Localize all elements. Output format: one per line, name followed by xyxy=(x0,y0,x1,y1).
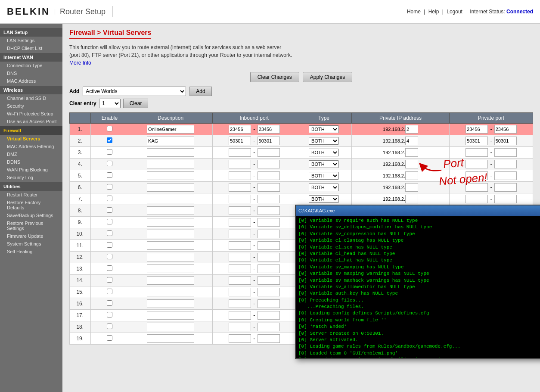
private-port-start-input[interactable] xyxy=(466,137,488,145)
private-port-start-input[interactable] xyxy=(466,195,488,203)
clear-changes-button[interactable]: Clear Changes xyxy=(250,72,299,82)
sidebar-item-dmz[interactable]: DMZ xyxy=(0,150,62,158)
private-ip-input[interactable] xyxy=(405,171,418,180)
enable-checkbox[interactable] xyxy=(107,184,112,190)
enable-checkbox[interactable] xyxy=(107,149,112,155)
private-port-start-input[interactable] xyxy=(466,148,488,157)
private-port-start-input[interactable] xyxy=(466,160,488,168)
description-input[interactable] xyxy=(147,299,194,308)
inbound-start-input[interactable] xyxy=(229,299,251,308)
inbound-end-input[interactable] xyxy=(258,241,280,250)
description-input[interactable] xyxy=(147,183,194,192)
description-input[interactable] xyxy=(147,171,194,180)
private-port-end-input[interactable] xyxy=(494,171,517,180)
sidebar-item-dns[interactable]: DNS xyxy=(0,69,62,77)
add-select[interactable]: Active Worlds AOL FTP HTTP HTTPS Telnet … xyxy=(83,87,186,96)
sidebar-item-self-healing[interactable]: Self Healing xyxy=(0,248,62,255)
inbound-start-input[interactable] xyxy=(229,288,251,296)
sidebar-item-save-backup[interactable]: Save/Backup Settings xyxy=(0,212,62,219)
description-input[interactable] xyxy=(147,288,194,296)
terminal-window[interactable]: C:\KAG\KAG.exe – □ ✕ [0] Variable sv_req… xyxy=(295,205,540,359)
more-info-link[interactable]: More Info xyxy=(69,60,91,66)
description-input[interactable] xyxy=(147,311,194,320)
sidebar-item-restart-router[interactable]: Restart Router xyxy=(0,191,62,199)
sidebar-item-channel-ssid[interactable]: Channel and SSID xyxy=(0,94,62,102)
private-ip-input[interactable] xyxy=(405,183,418,192)
inbound-end-input[interactable] xyxy=(258,299,280,308)
type-select[interactable]: BOTHTCPUDP xyxy=(309,184,339,191)
private-ip-input[interactable] xyxy=(405,125,418,134)
inbound-end-input[interactable] xyxy=(258,276,280,285)
enable-checkbox[interactable] xyxy=(107,324,112,329)
inbound-start-input[interactable] xyxy=(229,276,251,285)
description-input[interactable] xyxy=(147,334,194,343)
private-port-end-input[interactable] xyxy=(494,183,517,192)
inbound-end-input[interactable] xyxy=(258,311,280,320)
inbound-end-input[interactable] xyxy=(258,137,280,145)
private-port-end-input[interactable] xyxy=(494,160,517,168)
inbound-start-input[interactable] xyxy=(229,311,251,320)
inbound-start-input[interactable] xyxy=(229,264,251,273)
description-input[interactable] xyxy=(147,264,194,273)
clear-entry-select[interactable]: 12345 678910 xyxy=(99,99,121,108)
inbound-start-input[interactable] xyxy=(229,206,251,215)
private-port-start-input[interactable] xyxy=(466,125,488,134)
logout-link[interactable]: Logout xyxy=(447,9,462,15)
inbound-end-input[interactable] xyxy=(258,183,280,192)
clear-button[interactable]: Clear xyxy=(123,99,149,108)
type-select[interactable]: BOTHTCPUDP xyxy=(309,172,339,180)
sidebar-item-dhcp[interactable]: DHCP Client List xyxy=(0,44,62,52)
sidebar-item-ddns[interactable]: DDNS xyxy=(0,158,62,166)
description-input[interactable] xyxy=(147,206,194,215)
inbound-start-input[interactable] xyxy=(229,171,251,180)
inbound-start-input[interactable] xyxy=(229,160,251,168)
sidebar-item-security[interactable]: Security xyxy=(0,102,62,110)
private-ip-input[interactable] xyxy=(405,148,418,157)
type-select[interactable]: BOTHTCPUDP xyxy=(309,149,339,156)
inbound-end-input[interactable] xyxy=(258,264,280,273)
inbound-end-input[interactable] xyxy=(258,125,280,134)
sidebar-item-security-log[interactable]: Security Log xyxy=(0,174,62,181)
sidebar-item-wan-ping[interactable]: WAN Ping Blocking xyxy=(0,166,62,174)
enable-checkbox[interactable] xyxy=(107,172,112,178)
description-input[interactable] xyxy=(147,148,194,157)
description-input[interactable] xyxy=(147,276,194,285)
sidebar-item-system-settings[interactable]: System Settings xyxy=(0,240,62,248)
sidebar-item-wps[interactable]: Wi-Fi Protected Setup xyxy=(0,110,62,118)
description-input[interactable] xyxy=(147,230,194,238)
inbound-end-input[interactable] xyxy=(258,171,280,180)
private-port-start-input[interactable] xyxy=(466,171,488,180)
enable-checkbox[interactable] xyxy=(107,265,112,271)
add-button[interactable]: Add xyxy=(189,87,211,96)
type-select[interactable]: BOTHTCPUDP xyxy=(309,195,339,203)
inbound-start-input[interactable] xyxy=(229,230,251,238)
inbound-end-input[interactable] xyxy=(258,206,280,215)
inbound-end-input[interactable] xyxy=(258,288,280,296)
inbound-start-input[interactable] xyxy=(229,253,251,261)
enable-checkbox[interactable] xyxy=(107,277,112,283)
inbound-start-input[interactable] xyxy=(229,195,251,203)
description-input[interactable] xyxy=(147,137,194,145)
private-port-end-input[interactable] xyxy=(494,195,517,203)
description-input[interactable] xyxy=(147,160,194,168)
enable-checkbox[interactable] xyxy=(107,196,112,201)
enable-checkbox[interactable] xyxy=(107,219,112,224)
apply-changes-button[interactable]: Apply Changes xyxy=(303,72,352,82)
enable-checkbox[interactable] xyxy=(107,161,112,166)
description-input[interactable] xyxy=(147,218,194,227)
inbound-end-input[interactable] xyxy=(258,334,280,343)
enable-checkbox[interactable] xyxy=(107,230,112,236)
private-ip-input[interactable] xyxy=(405,195,418,203)
description-input[interactable] xyxy=(147,323,194,331)
inbound-start-input[interactable] xyxy=(229,137,251,145)
inbound-start-input[interactable] xyxy=(229,148,251,157)
enable-checkbox[interactable] xyxy=(107,254,112,259)
home-link[interactable]: Home xyxy=(407,9,421,15)
enable-checkbox[interactable] xyxy=(107,137,112,143)
private-port-end-input[interactable] xyxy=(494,137,517,145)
inbound-end-input[interactable] xyxy=(258,195,280,203)
sidebar-item-access-point[interactable]: Use as an Access Point xyxy=(0,118,62,125)
inbound-end-input[interactable] xyxy=(258,218,280,227)
enable-checkbox[interactable] xyxy=(107,207,112,213)
private-port-end-input[interactable] xyxy=(494,148,517,157)
